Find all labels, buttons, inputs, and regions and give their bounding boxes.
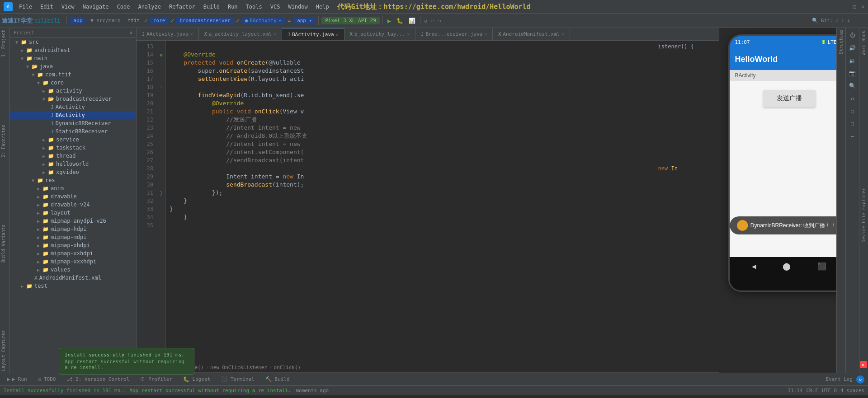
toolbar-ttit[interactable]: ttit <box>125 17 143 24</box>
tree-item-mipmap-anydpi[interactable]: ▶ 📁 mipmap-anydpi-v26 <box>10 217 136 225</box>
close-tab-6-icon[interactable]: ✕ <box>561 32 564 37</box>
sidebar-layoutcaptures-label[interactable]: Layout Captures <box>0 328 9 373</box>
close-tab-2-icon[interactable]: ✕ <box>274 32 276 37</box>
tree-item-mipmap-xxxhdpi[interactable]: ▶ 📁 mipmap-xxxhdpi <box>10 258 136 266</box>
tree-item-mipmap-mdpi[interactable]: ▶ 📁 mipmap-mdpi <box>10 233 136 241</box>
menu-item-file[interactable]: File <box>15 3 36 11</box>
menu-item-window[interactable]: Window <box>284 3 311 11</box>
nav-home-icon[interactable]: ⬤ <box>783 262 791 271</box>
menu-item-analyze[interactable]: Analyze <box>134 3 165 11</box>
menu-item-navigate[interactable]: Navigate <box>79 3 113 11</box>
close-tab-3-icon[interactable]: ✕ <box>336 32 339 37</box>
tree-item-mipmap-xhdpi[interactable]: ▶ 📁 mipmap-xhdpi <box>10 241 136 249</box>
menu-item-view[interactable]: View <box>58 3 78 11</box>
toolbar-app[interactable]: app <box>70 17 86 24</box>
menu-item-code[interactable]: Code <box>113 3 134 11</box>
word-book-label[interactable]: Word Book <box>860 28 867 58</box>
tree-item-xgvideo[interactable]: ▶ 📁 xgvideo <box>10 168 136 176</box>
tree-item-activity[interactable]: ▶ 📁 activity <box>10 87 136 95</box>
tab-versioncontrol[interactable]: ⎇ 2: Version Control <box>63 375 133 383</box>
nav-overview-icon[interactable]: ⬛ <box>817 262 826 271</box>
toolbar-bactivity[interactable]: ● BActivity ▾ <box>241 17 285 24</box>
emulator-close-btn[interactable]: ✕ <box>840 30 843 36</box>
sync-indicator[interactable]: ↻ <box>856 375 864 384</box>
menu-item-refactor[interactable]: Refactor <box>165 3 199 11</box>
tree-item-core[interactable]: ▼ 📁 core <box>10 79 136 87</box>
close-btn[interactable]: ✕ <box>859 3 866 10</box>
tab-profiler[interactable]: ⏱ Profiler <box>137 375 176 383</box>
toolbar-app-2[interactable]: app ▾ <box>293 17 316 24</box>
debug-button[interactable]: 🐛 <box>395 17 405 25</box>
tree-item-src[interactable]: ▼ 📁 src <box>10 38 136 46</box>
toolbar-broadcastreceiver[interactable]: broadcastreceiver <box>176 17 234 24</box>
sidebar-favorites-label[interactable]: 2: Favorites <box>0 123 9 159</box>
tree-item-mipmap-hdpi[interactable]: ▶ 📁 mipmap-hdpi <box>10 225 136 233</box>
run-button[interactable]: ▶ <box>386 16 393 25</box>
git-push[interactable]: ↑ <box>841 18 844 23</box>
more-btn[interactable]: ⋯ <box>847 131 858 142</box>
tab-todo[interactable]: ☑ TODO <box>34 375 60 383</box>
zoom-btn[interactable]: 🔍 <box>847 80 858 91</box>
tree-item-aactivity[interactable]: J AActivity <box>10 103 136 111</box>
tree-item-layout[interactable]: ▶ 📁 layout <box>10 209 136 217</box>
tree-item-manifest[interactable]: X AndroidManifest.xml <box>10 274 136 282</box>
undo-button[interactable]: ↩ <box>430 17 435 25</box>
tab-broadcastreceiver[interactable]: J Broa...eceiver.java ✕ <box>415 28 493 40</box>
menu-item-vcs[interactable]: VCS <box>267 3 284 11</box>
device-file-label[interactable]: Device File Explorer <box>860 185 867 245</box>
camera-btn[interactable]: 📷 <box>847 68 858 79</box>
tab-terminal[interactable]: ⬛ Terminal <box>217 375 258 383</box>
sidebar-project-label[interactable]: 1: Project <box>0 28 9 59</box>
tree-item-main[interactable]: ▼ 📁 main <box>10 54 136 62</box>
git-icon[interactable]: Git: <box>821 18 833 23</box>
tree-item-anim[interactable]: ▶ 📁 anim <box>10 184 136 192</box>
profile-button[interactable]: 📊 <box>407 17 417 25</box>
tab-manifest[interactable]: X AndroidManifest.xml ✕ <box>493 28 570 40</box>
circle-btn[interactable]: ○ <box>847 106 858 117</box>
tree-item-helloworld[interactable]: ▶ 📁 helloworld <box>10 160 136 168</box>
tab-alayout[interactable]: X a_activity_layout.xml ✕ <box>199 28 282 40</box>
redo-button[interactable]: ↪ <box>437 17 442 25</box>
power-btn[interactable]: ⏻ <box>847 30 858 41</box>
maximize-btn[interactable]: □ <box>851 3 858 10</box>
tree-item-drawable-v24[interactable]: ▶ 📁 drawable-v24 <box>10 201 136 209</box>
bilibili-video-btn[interactable]: ▶ <box>860 361 867 368</box>
code-text[interactable]: @Override protected void onCreate(@Nulla… <box>166 41 719 363</box>
event-log-btn[interactable]: Event Log <box>826 376 853 382</box>
tab-blayout[interactable]: X b_activity_lay... ✕ <box>344 28 416 40</box>
sync-button[interactable]: ↺ <box>423 17 428 25</box>
tab-run[interactable]: ▶ ▶ Run <box>4 375 31 383</box>
tree-item-test[interactable]: ▶ 📁 test <box>10 282 136 290</box>
phone-send-btn[interactable]: 发送广播 <box>763 90 816 107</box>
tree-item-bactivity[interactable]: J BActivity <box>10 111 136 119</box>
tree-item-res[interactable]: ▼ 📁 res <box>10 176 136 184</box>
breadcrumb-listener[interactable]: new OnClickListener <box>210 365 267 370</box>
search-everywhere-btn[interactable]: 🔍 <box>812 18 818 23</box>
tree-item-thread[interactable]: ▶ 📁 thread <box>10 152 136 160</box>
tree-item-staticbrreceiver[interactable]: J StaticBRReceiver <box>10 127 136 136</box>
tab-aactivity[interactable]: J AActivity.java ✕ <box>137 28 199 40</box>
tree-settings[interactable]: ⚙ <box>130 30 132 35</box>
tree-item-service[interactable]: ▶ 📁 service <box>10 136 136 144</box>
vol-up-btn[interactable]: 🔊 <box>847 42 858 53</box>
square-btn[interactable]: □ <box>847 118 858 129</box>
tree-item-broadcastreceiver[interactable]: ▼ 📂 broadcastreceiver <box>10 95 136 103</box>
tree-item-java[interactable]: ▼ 📂 java <box>10 62 136 70</box>
menu-item-edit[interactable]: Edit <box>37 3 57 11</box>
tree-item-dynamicbrreceiver[interactable]: J DynamicBRReceiver <box>10 119 136 127</box>
tab-logcat[interactable]: 🐛 Logcat <box>179 375 214 383</box>
tree-item-taskstack[interactable]: ▶ 📁 taskstack <box>10 144 136 152</box>
breadcrumb-onclick[interactable]: onClick() <box>274 365 301 370</box>
menu-item-build[interactable]: Build <box>200 3 223 11</box>
tree-item-mipmap-xxhdpi[interactable]: ▶ 📁 mipmap-xxhdpi <box>10 249 136 258</box>
close-tab-4-icon[interactable]: ✕ <box>407 32 410 37</box>
git-pull[interactable]: ↓ <box>847 18 850 23</box>
toolbar-branch[interactable]: ▼ src/main <box>88 17 123 24</box>
rotate-left-btn[interactable]: ↺ <box>847 93 858 104</box>
close-tab-5-icon[interactable]: ✕ <box>484 32 487 37</box>
menu-item-tools[interactable]: Tools <box>242 3 266 11</box>
tree-item-comttit[interactable]: ▼ 📁 com.ttit <box>10 70 136 79</box>
toolbar-core[interactable]: core <box>150 17 169 24</box>
tree-item-androidtest[interactable]: ▶ 📁 androidTest <box>10 46 136 54</box>
tab-build[interactable]: 🔨 Build <box>262 375 293 383</box>
